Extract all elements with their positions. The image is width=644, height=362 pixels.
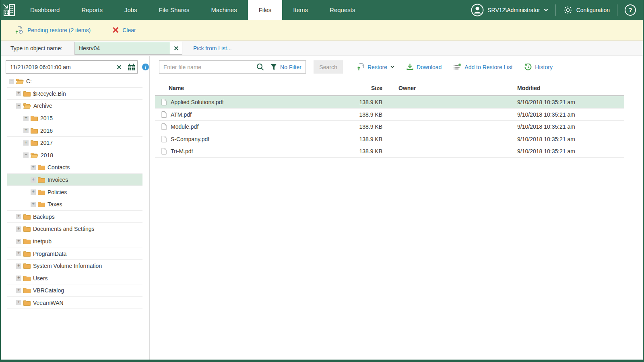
expand-icon[interactable]: + (16, 91, 21, 96)
configuration-button[interactable]: Configuration (563, 5, 610, 15)
collapse-icon[interactable]: − (23, 152, 29, 158)
tree-node-2016[interactable]: +2016 (7, 124, 142, 137)
history-label: History (535, 64, 553, 70)
tree-node-recycle-bin[interactable]: +$Recycle.Bin (7, 88, 142, 100)
expand-icon[interactable]: + (31, 165, 36, 170)
expand-icon[interactable]: + (16, 263, 21, 269)
object-clear-button[interactable] (170, 42, 182, 54)
column-header-owner[interactable]: Owner (398, 85, 517, 91)
tab-requests[interactable]: Requests (319, 0, 366, 20)
column-header-modified[interactable]: Modified (517, 85, 624, 91)
pending-restore-banner: Pending restore (2 items) Clear (1, 20, 643, 41)
tree-node-label: ProgramData (33, 251, 66, 257)
tree-node-system-volume-information[interactable]: +System Volume Information (7, 260, 142, 272)
clear-pending-button[interactable]: Clear (112, 27, 136, 33)
tab-items[interactable]: Items (282, 0, 319, 20)
file-modified: 9/10/2018 10:35:21 am (517, 148, 624, 154)
expand-icon[interactable]: + (31, 202, 36, 207)
file-search-input[interactable] (159, 64, 254, 70)
restore-button[interactable]: Restore (357, 63, 394, 71)
file-icon (161, 99, 167, 105)
calendar-icon[interactable] (125, 64, 137, 71)
add-to-restore-list-label: Add to Restore List (464, 64, 512, 70)
pending-restore-link[interactable]: Pending restore (2 items) (15, 26, 91, 34)
tree-node-archive[interactable]: −Archive (7, 100, 142, 112)
tree-node-label: Archive (33, 103, 52, 109)
file-row-s-company-pdf[interactable]: S-Company.pdf138.9 KB9/10/2018 10:35:21 … (155, 133, 624, 146)
pick-from-list-link[interactable]: Pick from List... (193, 45, 232, 51)
tree-node-2018[interactable]: −2018 (7, 149, 142, 162)
filter-button[interactable]: No Filter (267, 64, 305, 70)
expand-icon[interactable]: + (23, 140, 29, 146)
file-actions-toolbar: Restore Download (357, 60, 553, 74)
file-row-atm-pdf[interactable]: ATM.pdf138.9 KB9/10/2018 10:35:21 am (155, 109, 624, 121)
expand-icon[interactable]: + (16, 276, 21, 281)
column-header-name[interactable]: Name (155, 85, 344, 91)
tree-node-invoices[interactable]: +Invoices (7, 174, 142, 186)
history-button[interactable]: History (524, 64, 553, 71)
left-panel: 11/21/2019 06:01:00 am (1, 56, 150, 360)
restore-point-value[interactable]: 11/21/2019 06:01:00 am (6, 64, 113, 70)
expand-icon[interactable]: + (16, 214, 21, 219)
expand-icon[interactable]: + (16, 226, 21, 232)
tree-node-2015[interactable]: +2015 (7, 112, 142, 125)
column-header-size[interactable]: Size (344, 85, 382, 91)
tree-node-documents-and-settings[interactable]: +Documents and Settings (7, 223, 142, 235)
download-button[interactable]: Download (407, 64, 442, 70)
search-icon[interactable] (254, 63, 267, 71)
add-to-restore-list-button[interactable]: Add to Restore List (454, 64, 512, 70)
file-modified: 9/10/2018 10:35:21 am (517, 99, 624, 105)
divider (555, 4, 556, 16)
tree-node-c[interactable]: −C: (7, 75, 142, 88)
folder-icon (23, 300, 31, 306)
file-search-group: No Filter (159, 60, 306, 74)
collapse-icon[interactable]: − (9, 79, 14, 84)
tree-node-label: 2016 (40, 128, 53, 134)
expand-icon[interactable]: + (31, 177, 36, 183)
tab-jobs[interactable]: Jobs (114, 0, 148, 20)
expand-icon[interactable]: + (16, 288, 21, 293)
folder-icon (23, 288, 31, 293)
file-row-module-pdf[interactable]: Module.pdf138.9 KB9/10/2018 10:35:21 am (155, 121, 624, 133)
expand-icon[interactable]: + (16, 300, 21, 305)
object-name-input[interactable] (75, 42, 170, 54)
tab-dashboard[interactable]: Dashboard (19, 0, 70, 20)
tree-node-label: Policies (47, 189, 67, 195)
download-icon (407, 64, 413, 70)
help-button[interactable]: ? (625, 4, 636, 16)
tree-node-users[interactable]: +Users (7, 272, 142, 285)
tree-node-label: System Volume Information (33, 263, 102, 269)
file-row-tri-m-pdf[interactable]: Tri-M.pdf138.9 KB9/10/2018 10:35:21 am (155, 145, 624, 158)
expand-icon[interactable]: + (23, 116, 29, 121)
tree-node-2017[interactable]: +2017 (7, 137, 142, 149)
file-row-applied-solutions-pdf[interactable]: Applied Solutions.pdf138.9 KB9/10/2018 1… (155, 96, 624, 109)
expand-icon[interactable]: + (16, 239, 21, 244)
tree-node-taxes[interactable]: +Taxes (7, 198, 142, 211)
expand-icon[interactable]: + (16, 251, 21, 256)
tab-files[interactable]: Files (248, 0, 283, 20)
tree-node-inetpub[interactable]: +inetpub (7, 235, 142, 248)
expand-icon[interactable]: + (23, 128, 29, 133)
collapse-icon[interactable]: − (16, 103, 21, 109)
tab-machines[interactable]: Machines (200, 0, 248, 20)
tree-node-vbrcatalog[interactable]: +VBRCatalog (7, 284, 142, 297)
datetime-clear-button[interactable] (113, 64, 125, 70)
tree-node-policies[interactable]: +Policies (7, 186, 142, 198)
tree-node-contacts[interactable]: +Contacts (7, 161, 142, 174)
expand-icon[interactable]: + (31, 189, 36, 195)
user-menu[interactable]: SRV12\Administrator (471, 4, 548, 16)
tab-reports[interactable]: Reports (70, 0, 114, 20)
tree-node-backups[interactable]: +Backups (7, 211, 142, 223)
file-size: 138.9 KB (344, 136, 382, 142)
tree-node-veeamwan[interactable]: +VeeamWAN (7, 297, 142, 309)
user-name: SRV12\Administrator (487, 7, 540, 13)
tree-node-programdata[interactable]: +ProgramData (7, 247, 142, 260)
search-button[interactable]: Search (314, 60, 343, 74)
tree-node-label: Invoices (47, 177, 68, 183)
object-name-group (74, 42, 182, 55)
file-modified: 9/10/2018 10:35:21 am (517, 136, 624, 142)
tab-file-shares[interactable]: File Shares (148, 0, 200, 20)
help-icon: ? (628, 6, 632, 13)
info-icon[interactable]: i (142, 64, 149, 70)
tree-node-label: C: (26, 78, 32, 84)
